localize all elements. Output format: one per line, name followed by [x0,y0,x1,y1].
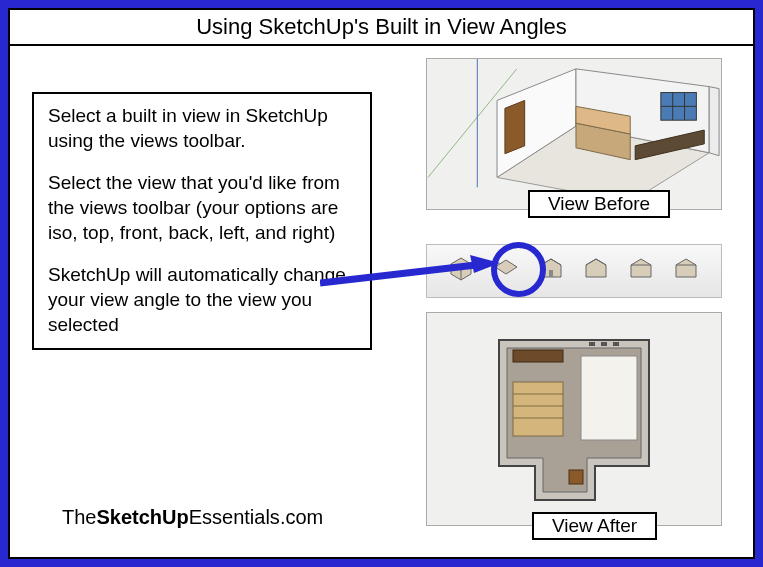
view-before-panel [426,58,722,210]
svg-marker-22 [676,259,696,277]
room-iso-illustration [427,59,721,209]
svg-rect-34 [569,470,583,484]
branding-pre: The [62,506,96,528]
view-before-label: View Before [528,190,670,218]
svg-rect-36 [601,342,607,346]
highlight-circle [491,242,546,297]
branding-text: TheSketchUpEssentials.com [62,506,323,529]
page-title: Using SketchUp's Built in View Angles [10,10,753,46]
instruction-p2: Select the view that you'd like from the… [48,171,356,245]
left-view-icon[interactable] [627,255,655,287]
svg-rect-37 [613,342,619,346]
svg-marker-5 [709,87,719,156]
views-toolbar [426,244,722,298]
branding-bold: SketchUp [96,506,188,528]
svg-marker-19 [586,259,606,277]
svg-rect-33 [513,350,563,362]
svg-marker-8 [505,100,525,153]
outer-frame: Using SketchUp's Built in View Angles Se… [0,0,763,567]
svg-rect-29 [513,382,563,436]
svg-rect-35 [589,342,595,346]
inner-frame: Using SketchUp's Built in View Angles Se… [8,8,755,559]
view-after-panel [426,312,722,526]
branding-post: .com [280,506,323,528]
svg-rect-18 [549,270,553,277]
view-after-label: View After [532,512,657,540]
branding-mid: Essentials [189,506,280,528]
svg-marker-20 [631,259,651,277]
instruction-p1: Select a built in view in SketchUp using… [48,104,356,153]
iso-view-icon[interactable] [447,255,475,287]
content-area: Select a built in view in SketchUp using… [10,46,753,557]
instructions-box: Select a built in view in SketchUp using… [32,92,372,350]
right-view-icon[interactable] [672,255,700,287]
room-top-illustration [479,324,669,514]
svg-rect-28 [581,356,637,440]
instruction-p3: SketchUp will automatically change your … [48,263,356,337]
back-view-icon[interactable] [582,255,610,287]
